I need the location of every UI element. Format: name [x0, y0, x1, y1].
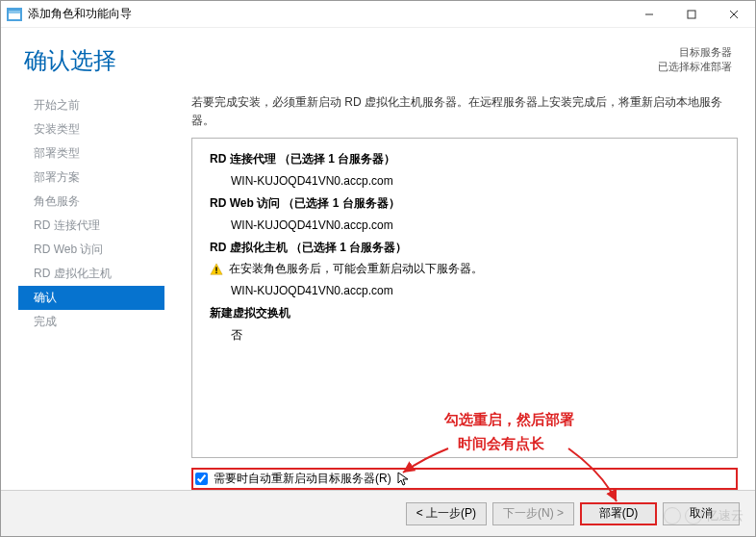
sidebar-item-rd-connection-broker[interactable]: RD 连接代理	[18, 214, 164, 238]
svg-rect-4	[688, 11, 695, 18]
group-server-rdweb: WIN-KUJOQD41VN0.accp.com	[210, 215, 723, 237]
close-button[interactable]	[713, 1, 755, 28]
sidebar-item-installation-type[interactable]: 安装类型	[18, 117, 164, 141]
maximize-button[interactable]	[670, 1, 713, 28]
titlebar: 添加角色和功能向导	[1, 1, 755, 28]
confirmation-description: 若要完成安装，必须重新启动 RD 虚拟化主机服务器。在远程服务器上安装完成后，将…	[191, 93, 738, 130]
deploy-button[interactable]: 部署(D)	[580, 502, 657, 525]
sidebar-item-deployment-scenario[interactable]: 部署方案	[18, 166, 164, 190]
wizard-footer: < 上一步(P) 下一步(N) > 部署(D) 取消	[1, 490, 755, 536]
svg-rect-9	[215, 271, 216, 272]
wizard-sidebar: 开始之前 安装类型 部署类型 部署方案 角色服务 RD 连接代理 RD Web …	[18, 90, 164, 490]
minimize-button[interactable]	[628, 1, 670, 28]
next-button: 下一步(N) >	[492, 502, 574, 525]
app-icon	[7, 8, 22, 21]
sidebar-item-complete[interactable]: 完成	[18, 310, 164, 334]
sidebar-item-rd-web-access[interactable]: RD Web 访问	[18, 238, 164, 262]
sidebar-item-rd-virtualization-host[interactable]: RD 虚拟化主机	[18, 262, 164, 286]
group-warning-text: 在安装角色服务后，可能会重新启动以下服务器。	[229, 258, 483, 280]
group-server-rdcb: WIN-KUJOQD41VN0.accp.com	[210, 170, 723, 192]
cancel-button[interactable]: 取消	[663, 502, 740, 525]
sidebar-item-role-services[interactable]: 角色服务	[18, 190, 164, 214]
wizard-header: 确认选择 目标服务器 已选择标准部署	[1, 28, 755, 84]
previous-button[interactable]: < 上一步(P)	[406, 502, 487, 525]
group-title-rdvh: RD 虚拟化主机 （已选择 1 台服务器）	[210, 237, 723, 259]
group-server-rdvh: WIN-KUJOQD41VN0.accp.com	[210, 280, 723, 302]
target-info: 目标服务器 已选择标准部署	[658, 45, 732, 75]
svg-rect-2	[9, 11, 20, 13]
sidebar-item-deployment-type[interactable]: 部署类型	[18, 141, 164, 166]
confirmation-panel: RD 连接代理 （已选择 1 台服务器） WIN-KUJOQD41VN0.acc…	[191, 138, 738, 458]
sidebar-item-before-you-begin[interactable]: 开始之前	[18, 93, 164, 117]
warning-icon	[210, 263, 223, 276]
svg-marker-10	[398, 473, 408, 485]
sidebar-item-confirm[interactable]: 确认	[18, 286, 164, 310]
window-title: 添加角色和功能向导	[28, 6, 628, 22]
auto-restart-checkbox-row[interactable]: 需要时自动重新启动目标服务器(R)	[191, 468, 738, 490]
group-title-vswitch: 新建虚拟交换机	[210, 302, 723, 324]
page-title: 确认选择	[24, 45, 658, 76]
auto-restart-checkbox[interactable]	[195, 473, 208, 485]
auto-restart-label: 需要时自动重新启动目标服务器(R)	[214, 471, 391, 487]
target-label: 目标服务器	[658, 45, 732, 60]
group-value-vswitch: 否	[210, 324, 723, 346]
svg-rect-8	[215, 267, 216, 270]
group-warning-rdvh: 在安装角色服务后，可能会重新启动以下服务器。	[210, 258, 723, 280]
group-title-rdcb: RD 连接代理 （已选择 1 台服务器）	[210, 148, 723, 170]
target-value: 已选择标准部署	[658, 60, 732, 74]
group-title-rdweb: RD Web 访问 （已选择 1 台服务器）	[210, 192, 723, 215]
cursor-icon	[397, 472, 411, 487]
